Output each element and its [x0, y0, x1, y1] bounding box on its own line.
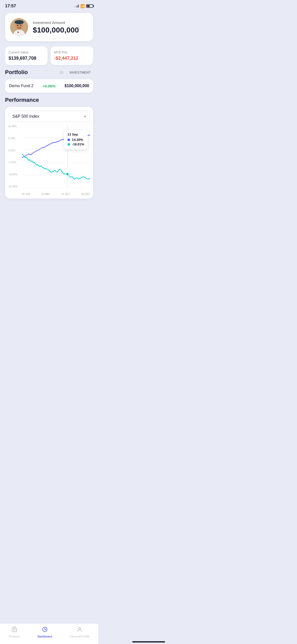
y-label-2: 9.70% [8, 137, 17, 140]
header-section: Investment Amount $100,000,000 [0, 11, 98, 46]
portfolio-header: Portfolio 1D INVESTMENT [5, 69, 93, 76]
chart-container: S&P 500 Index ▾ 18.48% 9.70% 0.92% -7.87… [5, 107, 93, 199]
status-bar: 17:57 📶 [0, 0, 98, 11]
x-label-may: 03 MAY [42, 193, 50, 196]
portfolio-tabs: 1D INVESTMENT [59, 70, 93, 75]
y-axis-labels: 18.48% 9.70% 0.92% -7.87% -16.65% -25.43… [8, 125, 17, 188]
index-dropdown[interactable]: S&P 500 Index ▾ [8, 111, 90, 122]
header-info: Investment Amount $100,000,000 [33, 20, 79, 34]
mtd-pnl-card: MTD PnL -$2,447,212 [51, 46, 93, 65]
signal-icon [74, 5, 79, 8]
dropdown-label: S&P 500 Index [12, 114, 39, 119]
battery-icon [86, 4, 93, 8]
y-label-1: 18.48% [8, 125, 17, 128]
x-label-sep: 01 SEP [61, 193, 70, 196]
fund-value: $100,000,000 [64, 84, 89, 88]
wifi-icon: 📶 [80, 4, 85, 8]
performance-title: Performance [5, 97, 93, 103]
current-value-card: Current Value $139,697,708 [5, 46, 48, 65]
x-label-dec: 30 DEC [81, 193, 90, 196]
y-label-4: -7.87% [8, 161, 17, 164]
mtd-pnl-label: MTD PnL [54, 50, 90, 54]
y-label-3: 0.92% [8, 149, 17, 152]
chevron-down-icon: ▾ [84, 114, 86, 118]
current-value: $139,697,708 [9, 56, 44, 61]
stats-row: Current Value $139,697,708 MTD PnL -$2,4… [0, 46, 98, 69]
status-time: 17:57 [5, 4, 16, 9]
tooltip-value-2: -18.01% [72, 142, 84, 146]
fund-change: +0.06% [43, 84, 55, 88]
investment-label: Investment Amount [33, 20, 79, 25]
svg-point-16 [66, 173, 69, 176]
tooltip-value-1: 14.30% [72, 138, 83, 142]
investment-amount: $100,000,000 [33, 26, 79, 34]
header-card: Investment Amount $100,000,000 [5, 13, 93, 41]
tooltip-dot-1 [68, 139, 70, 141]
portfolio-title: Portfolio [5, 69, 28, 76]
chart-tooltip: 13 Sep 14.30% -18.01% [64, 130, 88, 149]
tab-1d[interactable]: 1D [59, 71, 64, 74]
tooltip-dot-2 [68, 143, 70, 146]
fund-name: Demo Fund 2 [9, 84, 34, 88]
fund-row: Demo Fund 2 +0.06% $100,000,000 [9, 84, 89, 88]
tooltip-row-2: -18.01% [68, 142, 84, 146]
y-label-6: -25.43% [8, 185, 17, 188]
performance-section: Performance S&P 500 Index ▾ 18.48% 9.70%… [0, 97, 98, 199]
y-label-5: -16.65% [8, 173, 17, 176]
tab-investment[interactable]: INVESTMENT [67, 70, 93, 75]
svg-point-5 [20, 25, 21, 26]
fund-card: Demo Fund 2 +0.06% $100,000,000 [5, 79, 93, 93]
mtd-pnl-value: -$2,447,212 [54, 56, 90, 61]
avatar [10, 18, 28, 36]
x-axis-labels: 03 JAN 03 MAY 01 SEP 30 DEC [22, 193, 90, 196]
chart-area: 18.48% 9.70% 0.92% -7.87% -16.65% -25.43… [8, 125, 90, 196]
tooltip-row-1: 14.30% [68, 138, 84, 142]
portfolio-section: Portfolio 1D INVESTMENT Demo Fund 2 +0.0… [0, 69, 98, 97]
status-icons: 📶 [74, 4, 93, 8]
current-value-label: Current Value [9, 50, 44, 54]
x-label-jan: 03 JAN [22, 193, 30, 196]
svg-point-4 [17, 25, 18, 26]
tooltip-date: 13 Sep [68, 133, 84, 136]
svg-point-7 [17, 31, 19, 33]
svg-rect-3 [15, 22, 24, 23]
